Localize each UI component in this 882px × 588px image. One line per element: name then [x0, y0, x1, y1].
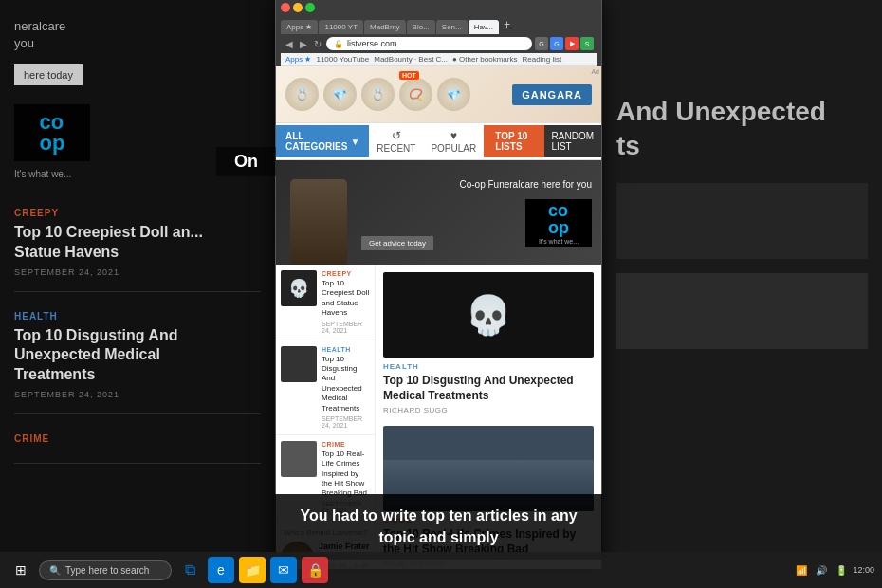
address-bar[interactable]: 🔒 listverse.com [326, 37, 532, 50]
tab-active[interactable]: Hav... [469, 20, 499, 34]
bg-coop-logo: coop [14, 104, 90, 161]
sidebar-thumb-1: 💀 [281, 270, 317, 306]
jewelry-item-4: 📿 [399, 78, 432, 111]
ssl-lock-icon: 🔒 [334, 40, 343, 48]
forward-button[interactable]: ▶ [298, 38, 309, 50]
categories-button[interactable]: ALL CATEGORIES ▼ [276, 125, 369, 157]
tab-blo[interactable]: Blo... [407, 20, 435, 34]
left-bg-article-2: HEALTH Top 10 Disgusting AndUnexpected M… [14, 311, 261, 414]
left-cat-1: CREEPY [14, 208, 261, 218]
taskbar-search-label: Type here to search [65, 565, 149, 576]
left-title-2: Top 10 Disgusting AndUnexpected MedicalT… [14, 326, 261, 385]
tab-sen[interactable]: Sen... [436, 20, 468, 34]
mail-icon[interactable]: ✉ [270, 557, 297, 583]
sidebar-text-1: CREEPY Top 10 Creepiest Doll and Statue … [322, 270, 370, 334]
left-cat-3: CRIME [14, 433, 261, 444]
lock-icon-taskbar[interactable]: 🔒 [302, 557, 328, 583]
tab-madbounty[interactable]: MadBnty [364, 20, 406, 34]
address-bar-row: ◀ ▶ ↻ 🔒 listverse.com G G ▶ S [281, 34, 597, 53]
bookmark-apps[interactable]: Apps ★ [285, 55, 311, 64]
sidebar-title-3: Top 10 Real-Life Crimes Inspired by the … [322, 450, 370, 499]
right-background: And Unexpectedts [602, 0, 882, 588]
on-text-overlay: On [216, 147, 276, 176]
left-title-1: Top 10 Creepiest Doll an...Statue Havens [14, 223, 261, 263]
minimize-window-button[interactable] [293, 3, 303, 12]
taskbar-search-box[interactable]: 🔍 Type here to search [39, 560, 172, 580]
left-bg-article-3: CRIME [14, 433, 261, 464]
left-date-1: SEPTEMBER 24, 2021 [14, 267, 261, 277]
tab-youtube[interactable]: 11000 YT [319, 20, 363, 34]
back-button[interactable]: ◀ [284, 38, 295, 50]
sidebar-cat-3: CRIME [322, 441, 370, 448]
start-button[interactable]: ⊞ [8, 557, 34, 583]
site-navigation: ALL CATEGORIES ▼ ↺ RECENT ♥ POPULAR TOP … [276, 123, 601, 160]
jewelry-item-2: 💎 [323, 78, 357, 111]
coop-tagline: It's what we... [539, 238, 579, 245]
ad-jewelry-items: 💍 💎 💍 📿 💎 [285, 78, 470, 111]
coop-logo-text: coop [548, 202, 569, 236]
jewelry-item-3: 💍 [361, 78, 395, 111]
right-factory-image [616, 273, 868, 349]
coop-get-advice-button[interactable]: Get advice today [361, 236, 433, 250]
sidebar-cat-2: HEALTH [322, 346, 370, 353]
left-bg-article-1: CREEPY Top 10 Creepiest Doll an...Statue… [14, 208, 261, 292]
browser-window: Apps ★ 11000 YT MadBnty Blo... Sen... Ha… [275, 0, 602, 569]
ext-icon-3[interactable]: ▶ [565, 37, 579, 50]
close-window-button[interactable] [281, 3, 290, 12]
article-author-1: RICHARD SUGG [383, 406, 594, 414]
right-bones-image [616, 183, 868, 259]
ad-brand-logo[interactable]: GANGARA [512, 84, 592, 105]
refresh-button[interactable]: ↻ [312, 38, 323, 50]
edge-icon[interactable]: e [208, 557, 234, 583]
ext-icon-4[interactable]: S [580, 37, 594, 50]
subtitle-text: You had to write top ten articles in any… [300, 507, 577, 544]
factory-thumb [281, 441, 317, 477]
explorer-icon[interactable]: 📁 [239, 557, 266, 583]
bookmark-madbounty[interactable]: MadBounty · Best C... [374, 55, 448, 64]
sidebar-item-1[interactable]: 💀 CREEPY Top 10 Creepiest Doll and Statu… [276, 265, 375, 340]
sidebar-item-2[interactable]: HEALTH Top 10 Disgusting And Unexpected … [276, 340, 375, 435]
subtitle-overlay: You had to write top ten articles in any… [275, 494, 602, 560]
bookmark-other[interactable]: ● Other bookmarks [452, 55, 517, 64]
tab-apps[interactable]: Apps ★ [281, 20, 318, 34]
sidebar-cat-1: CREEPY [322, 270, 370, 277]
main-article-1[interactable]: 💀 HEALTH Top 10 Disgusting And Unexpecte… [383, 272, 594, 414]
bookmark-youtube[interactable]: 11000 YouTube [316, 55, 369, 64]
taskview-button[interactable]: ⧉ [176, 557, 203, 583]
coop-letters: coop [40, 112, 65, 154]
popular-nav[interactable]: ♥ POPULAR [423, 123, 484, 159]
browser-tabs: Apps ★ 11000 YT MadBnty Blo... Sen... Ha… [281, 15, 597, 34]
coop-advertisement: Co-op Funeralcare here for you coop It's… [276, 160, 601, 265]
top10-nav[interactable]: TOP 10 LISTS [484, 125, 543, 157]
sidebar-date-2: SEPTEMBER 24, 2021 [322, 415, 370, 429]
coop-ad-person [290, 179, 347, 265]
recent-nav[interactable]: ↺ RECENT [369, 123, 423, 159]
random-nav[interactable]: RANDOM LIST [544, 125, 601, 157]
coop-logo: coop It's what we... [525, 199, 592, 247]
bones-thumb [281, 346, 317, 382]
categories-label: ALL CATEGORIES [285, 131, 347, 152]
bg-you-text: you [14, 36, 261, 50]
left-background: neralcare you here today coop It's what … [0, 0, 275, 588]
battery-icon: 🔋 [833, 563, 850, 578]
bg-here-today: here today [14, 64, 83, 85]
ad-label-top: Ad [591, 68, 599, 75]
volume-icon: 🔊 [813, 563, 830, 578]
sidebar-text-2: HEALTH Top 10 Disgusting And Unexpected … [322, 346, 370, 429]
sidebar-title-2: Top 10 Disgusting And Unexpected Medical… [322, 355, 370, 413]
recent-label: RECENT [377, 143, 415, 154]
bookmark-reading[interactable]: Reading list [522, 55, 561, 64]
ext-icon-2[interactable]: G [550, 37, 563, 50]
jewelry-item-1: 💍 [285, 78, 319, 111]
sidebar-date-1: SEPTEMBER 24, 2021 [322, 321, 370, 334]
maximize-window-button[interactable] [305, 3, 315, 12]
coop-ad-image: Co-op Funeralcare here for you coop It's… [276, 160, 601, 265]
url-text: listverse.com [347, 39, 397, 48]
new-tab-button[interactable]: + [500, 15, 514, 34]
left-cat-2: HEALTH [14, 311, 261, 322]
search-icon: 🔍 [49, 565, 61, 576]
sidebar-title-1: Top 10 Creepiest Doll and Statue Havens [322, 279, 370, 319]
ext-icon-1[interactable]: G [535, 37, 548, 50]
wifi-icon: 📶 [793, 563, 810, 578]
popular-label: POPULAR [431, 143, 476, 154]
